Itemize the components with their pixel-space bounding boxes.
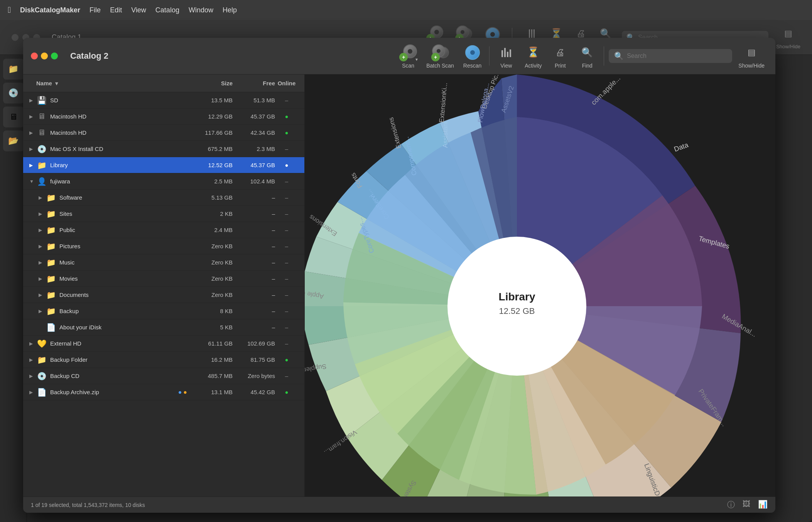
list-item[interactable]: ▶ 📄 Backup Archive.zip ● ● 13.1 MB 45.42…	[23, 384, 304, 400]
file-size: 13.5 MB	[190, 97, 233, 103]
row-expander[interactable]: ▶	[29, 114, 36, 119]
list-item[interactable]: ▶ 📁 Pictures Zero KB – –	[23, 238, 304, 254]
row-expander[interactable]: ▶	[39, 227, 46, 233]
fg-search-input[interactable]	[627, 53, 727, 59]
user-folder-icon: 👤	[36, 176, 47, 187]
info-icon[interactable]: ⓘ	[727, 500, 735, 510]
bg-sidebar-item-4[interactable]: 📂	[3, 130, 24, 151]
file-size: Zero KB	[190, 275, 233, 282]
fg-show-hide-btn[interactable]: ▤ Show/Hide	[735, 42, 768, 70]
fg-view-btn[interactable]: View	[494, 42, 518, 70]
file-list[interactable]: Name ▾ Size Free Online ▶ 💾 SD 13.5 MB 5…	[23, 75, 305, 497]
list-item[interactable]: ▶ 📁 Backup Folder 16.2 MB 81.75 GB ●	[23, 352, 304, 368]
bg-sidebar-item-3[interactable]: 🖥	[3, 107, 24, 127]
row-expander[interactable]: ▶	[29, 390, 36, 395]
list-item[interactable]: 📄 About your iDisk 5 KB – –	[23, 319, 304, 336]
file-name: Pictures	[59, 243, 190, 249]
fg-search-bar[interactable]: 🔍	[609, 49, 732, 63]
list-item[interactable]: ▶ 🖥 Macintosh HD 12.29 GB 45.37 GB ●	[23, 108, 304, 125]
col-name: Name ▾	[36, 80, 190, 86]
fg-search-icon: 🔍	[614, 51, 624, 61]
list-item[interactable]: ▶ 💿 Backup CD 485.7 MB Zero bytes –	[23, 368, 304, 384]
menu-edit[interactable]: Edit	[110, 6, 122, 14]
row-expander[interactable]: ▶	[39, 195, 46, 200]
row-expander[interactable]: ▶	[29, 373, 36, 379]
seg-label: Data	[673, 141, 690, 153]
list-item[interactable]: ▶ 📁 Backup 8 KB – –	[23, 303, 304, 319]
list-item[interactable]: ▶ 📁 Sites 2 KB – –	[23, 206, 304, 222]
file-name: fujiwara	[50, 178, 190, 185]
bg-show-hide-btn[interactable]: ▤ Show/Hide	[776, 25, 800, 49]
fg-scan-dropdown[interactable]: ▾	[415, 57, 418, 62]
fg-add-icon: +	[399, 53, 408, 61]
row-expander[interactable]: ▼	[29, 179, 36, 184]
fg-content: Name ▾ Size Free Online ▶ 💾 SD 13.5 MB 5…	[23, 75, 775, 497]
row-expander[interactable]: ▶	[29, 163, 36, 168]
fg-maximize-btn[interactable]	[51, 53, 58, 59]
menu-file[interactable]: File	[89, 6, 101, 14]
list-item[interactable]: ▶ 📁 Documents Zero KB – –	[23, 287, 304, 303]
fg-activity-btn[interactable]: ⏳ Activity	[521, 42, 545, 70]
fg-minimize-btn[interactable]	[41, 53, 48, 59]
list-item[interactable]: ▶ 💿 Mac OS X Install CD 675.2 MB 2.3 MB …	[23, 141, 304, 157]
file-free: 102.4 MB	[233, 178, 275, 185]
fg-rescan-btn[interactable]: Rescan	[460, 42, 484, 70]
fg-find-btn[interactable]: 🔍 Find	[575, 42, 599, 70]
file-size: Zero KB	[190, 243, 233, 249]
list-item[interactable]: ▶ 📁 Software 5.13 GB – –	[23, 190, 304, 206]
menu-window[interactable]: Window	[189, 6, 213, 14]
menu-app[interactable]: DiskCatalogMaker	[20, 6, 80, 14]
file-size: 5 KB	[190, 324, 233, 330]
list-item[interactable]: ▶ 🖥 Macintosh HD 117.66 GB 42.34 GB ●	[23, 125, 304, 141]
fg-activity-label: Activity	[525, 63, 542, 69]
list-item[interactable]: ▶ 📁 Music Zero KB – –	[23, 254, 304, 271]
bg-close-btn[interactable]	[12, 34, 19, 41]
folder-icon: 📁	[46, 290, 56, 300]
file-size: 117.66 GB	[190, 129, 233, 136]
row-expander[interactable]: ▶	[39, 260, 46, 265]
bg-sidebar-item-1[interactable]: 📁	[3, 59, 24, 80]
bg-sidebar-item-2[interactable]: 💿	[3, 83, 24, 103]
seg-label: ExtensionKi...	[438, 82, 449, 123]
file-size: 2.4 MB	[190, 227, 233, 233]
list-item[interactable]: ▼ 👤 fujiwara 2.5 MB 102.4 MB –	[23, 173, 304, 190]
row-expander[interactable]: ▶	[29, 146, 36, 152]
list-item[interactable]: ▶ 📁 Library 12.52 GB 45.37 GB ●	[23, 157, 304, 173]
list-item[interactable]: ▶ 📁 Movies Zero KB – –	[23, 271, 304, 287]
row-expander[interactable]: ▶	[39, 276, 46, 281]
row-expander[interactable]: ▶	[39, 308, 46, 314]
row-expander[interactable]: ▶	[39, 292, 46, 298]
file-name: External HD	[50, 340, 190, 347]
menu-view[interactable]: View	[131, 6, 146, 14]
menu-catalog[interactable]: Catalog	[155, 6, 179, 14]
row-expander[interactable]: ▶	[29, 98, 36, 103]
fg-titlebar: Catalog 2 + ▾ Scan	[23, 38, 775, 75]
row-expander[interactable]: ▶	[39, 211, 46, 217]
row-expander[interactable]: ▶	[29, 357, 36, 363]
file-size: Zero KB	[190, 292, 233, 298]
row-expander[interactable]: ▶	[29, 130, 36, 136]
fg-toolbar: + ▾ Scan + Batch Scan	[396, 42, 768, 70]
row-expander[interactable]: ▶	[39, 244, 46, 249]
fg-batch-scan-btn[interactable]: + Batch Scan	[423, 42, 457, 70]
fg-window: Catalog 2 + ▾ Scan	[23, 38, 775, 513]
apple-menu[interactable]: 	[8, 5, 11, 15]
photo-icon[interactable]: 🖼	[743, 500, 750, 510]
file-free: 45.37 GB	[233, 113, 275, 120]
fg-print-label: Print	[555, 63, 566, 69]
list-header: Name ▾ Size Free Online	[23, 75, 304, 92]
file-size: 61.11 GB	[190, 340, 233, 347]
fg-scan-btn[interactable]: + ▾ Scan	[396, 42, 420, 70]
pie-chart-icon[interactable]: 📊	[758, 500, 768, 510]
file-name: Software	[59, 194, 190, 201]
row-expander[interactable]: ▶	[29, 341, 36, 346]
file-size: 485.7 MB	[190, 373, 233, 379]
list-item[interactable]: ▶ 📁 Public 2.4 MB – –	[23, 222, 304, 238]
menu-help[interactable]: Help	[223, 6, 237, 14]
fg-print-btn[interactable]: 🖨 Print	[548, 42, 572, 70]
list-item[interactable]: ▶ 💾 SD 13.5 MB 51.3 MB –	[23, 92, 304, 108]
file-free: 42.34 GB	[233, 129, 275, 136]
list-item[interactable]: ▶ 💛 External HD 61.11 GB 102.69 GB –	[23, 336, 304, 352]
file-size: 13.1 MB	[190, 389, 233, 395]
fg-close-btn[interactable]	[31, 53, 38, 59]
